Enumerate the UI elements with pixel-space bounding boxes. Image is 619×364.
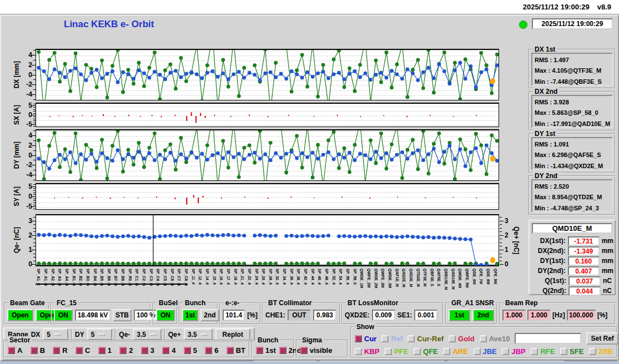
range-dx-dropdown[interactable]: 5 xyxy=(43,328,68,340)
qe-right-tick-label: 0 xyxy=(505,260,512,268)
xaxis-label: QFE_7M xyxy=(479,269,483,299)
replot-button[interactable]: Replot xyxy=(215,328,250,341)
range-qep-dropdown[interactable]: 3.5 xyxy=(184,328,213,340)
show-checkbox-kbp[interactable]: KBP xyxy=(355,347,379,356)
sigma-visible-checkbox[interactable]: visible xyxy=(300,346,332,355)
xaxis-label: SP_58_0 xyxy=(353,269,357,299)
show-checkbox-rfe[interactable]: RFE xyxy=(531,347,555,356)
range-qem-dropdown[interactable]: 3.5 xyxy=(133,328,162,340)
fc15-title: FC_15 xyxy=(55,299,78,307)
show-checkbox-cur-ref[interactable]: Cur-Ref xyxy=(407,335,444,343)
busel-on-button[interactable]: ON xyxy=(156,309,175,321)
qmd-row-label: DX(1st): xyxy=(531,237,566,245)
bunch-top-group: Bunch 1st 2nd xyxy=(179,302,218,325)
sector-checkbox-3[interactable]: 3 xyxy=(141,346,154,355)
show-checkbox-ave10[interactable]: Ave10 xyxy=(480,335,510,343)
qmd-row-unit: mm xyxy=(602,247,613,255)
stats-group-dx-1st: DX 1stRMS : 1.497Max : 4.105@QTF3E_MMin … xyxy=(529,49,616,89)
ref-name-input[interactable] xyxy=(515,333,581,344)
show-checkbox-ref[interactable]: Ref xyxy=(381,335,402,343)
xaxis-label: SP_54_4 xyxy=(339,269,343,299)
show-checkbox-pfe[interactable]: PFE xyxy=(385,347,408,356)
sector-checkbox-5[interactable]: 5 xyxy=(184,346,197,355)
xaxis-label: QBF3E_S xyxy=(430,269,434,299)
show-checkbox-jbp[interactable]: JBP xyxy=(502,347,525,356)
stats-group-title: DX 2nd xyxy=(533,88,559,95)
range-dy-dropdown[interactable]: 5 xyxy=(87,328,113,340)
xaxis-label: QTD2E_M xyxy=(416,269,420,299)
xaxis-label: QAF5E_S xyxy=(437,269,441,299)
dx-tick-mark xyxy=(32,55,36,55)
show-group: Show CurRefCur-RefGoldAve10 Set Ref KBPP… xyxy=(350,326,617,358)
sector-checkbox-c[interactable]: C xyxy=(76,346,90,355)
stat-line: RMS : 3.928 xyxy=(535,97,610,108)
xaxis-label: QMD10E_M xyxy=(444,269,448,299)
show-checkbox-are[interactable]: ARE xyxy=(443,347,467,356)
sector-group: Sector ABRC123456BT xyxy=(3,340,250,358)
xaxis-label: SP_26_4 xyxy=(261,269,265,299)
bunch-checkbox-1st[interactable]: 1st xyxy=(256,346,276,355)
sector-checkbox-a[interactable]: A xyxy=(8,346,22,355)
checkbox-label: 1 xyxy=(108,346,112,355)
dy-tick-mark xyxy=(32,145,36,146)
qmd-row: DX(2nd):-1.349mm xyxy=(531,246,613,256)
qmd-row-label: DY(1st): xyxy=(531,257,566,265)
xaxis-label: SP_28_4 xyxy=(269,269,273,299)
checkbox-label: B xyxy=(40,346,45,355)
beam-gate-open-button-1[interactable]: Open xyxy=(7,309,33,321)
bunch-2nd-button[interactable]: 2nd xyxy=(200,309,219,321)
xaxis-label: QWDE_2M xyxy=(374,269,378,299)
sector-checkbox-b[interactable]: B xyxy=(31,346,45,355)
fc15-stb-button[interactable]: STB xyxy=(113,309,132,321)
checkbox-label: ZRE xyxy=(598,347,613,356)
checkbox-label: KBP xyxy=(364,347,379,356)
show-checkbox-sfe[interactable]: SFE xyxy=(560,347,583,356)
checkbox-icon xyxy=(474,348,481,355)
sigma-title: Sigma xyxy=(300,336,324,344)
xaxis-label: QWDE_3M xyxy=(388,269,392,299)
show-checkbox-cur[interactable]: Cur xyxy=(355,335,376,343)
qe-tick-mark xyxy=(32,221,36,221)
show-checkbox-zre[interactable]: ZRE xyxy=(589,347,613,356)
beam-rep-percent-value: 100.000 xyxy=(567,310,596,321)
sector-checkbox-1[interactable]: 1 xyxy=(98,346,112,355)
ee-ratio-group: e-:e- 101.4 [%] xyxy=(219,302,261,325)
dx-tick-mark xyxy=(32,84,36,85)
stat-line: RMS : 1.497 xyxy=(535,55,610,65)
qmd-row-label: Q(2nd): xyxy=(531,287,566,295)
xaxis-label: QWFE_5M xyxy=(465,269,469,299)
sector-checkbox-6[interactable]: 6 xyxy=(205,346,218,355)
bt-loss-qxd2e-label: QXD2E: xyxy=(345,311,370,319)
show-checkbox-qfe[interactable]: QFE xyxy=(414,347,438,356)
qe-tick-label: 0 xyxy=(18,260,32,268)
gr-a1-snsr-title: GR_A1 SNSR xyxy=(450,299,496,307)
stat-line: Min : -4.748@SP_24_3 xyxy=(535,203,610,213)
sector-checkbox-2[interactable]: 2 xyxy=(119,346,133,355)
fc15-on-button[interactable]: ON xyxy=(54,309,73,321)
gr-a1-snsr-2nd-button[interactable]: 2nd xyxy=(472,309,494,321)
sy-plot xyxy=(36,183,499,210)
sector-checkbox-bt[interactable]: BT xyxy=(227,346,245,355)
qmd10e-m-panel: QMD10E_MDX(1st):-1.731mmDX(2nd):-1.349mm… xyxy=(529,220,616,295)
checkbox-icon xyxy=(560,348,567,355)
show-checkbox-gold[interactable]: Gold xyxy=(449,335,475,343)
sector-checkbox-r[interactable]: R xyxy=(53,346,67,355)
sy-tick-label: 5 xyxy=(18,183,32,190)
dy-tick-label: -4 xyxy=(18,171,32,179)
beam-gate-title: Beam Gate xyxy=(8,299,47,307)
set-ref-button[interactable]: Set Ref xyxy=(586,332,618,345)
stats-group-values: RMS : 1.497Max : 4.105@QTF3E_MMin : -7.4… xyxy=(531,53,613,86)
sector-checkbox-4[interactable]: 4 xyxy=(162,346,175,355)
gr-a1-snsr-group: GR_A1 SNSR 1st 2nd xyxy=(445,302,497,325)
qmd-row: DX(1st):-1.731mm xyxy=(531,236,613,246)
qe-right-tick-mark xyxy=(500,250,504,250)
bunch-1st-button[interactable]: 1st xyxy=(182,309,198,321)
show-checkbox-jbe[interactable]: JBE xyxy=(474,347,497,356)
dropdown-dash-icon xyxy=(54,333,61,336)
checkbox-label: 1st xyxy=(265,346,276,355)
xaxis-label: SP_22_4 xyxy=(248,269,251,299)
qmd-row-unit: mm xyxy=(602,267,613,275)
range-dy-label: DY xyxy=(75,331,84,338)
stat-line: Max : 4.105@QTF3E_M xyxy=(535,65,610,76)
gr-a1-snsr-1st-button[interactable]: 1st xyxy=(449,309,470,321)
